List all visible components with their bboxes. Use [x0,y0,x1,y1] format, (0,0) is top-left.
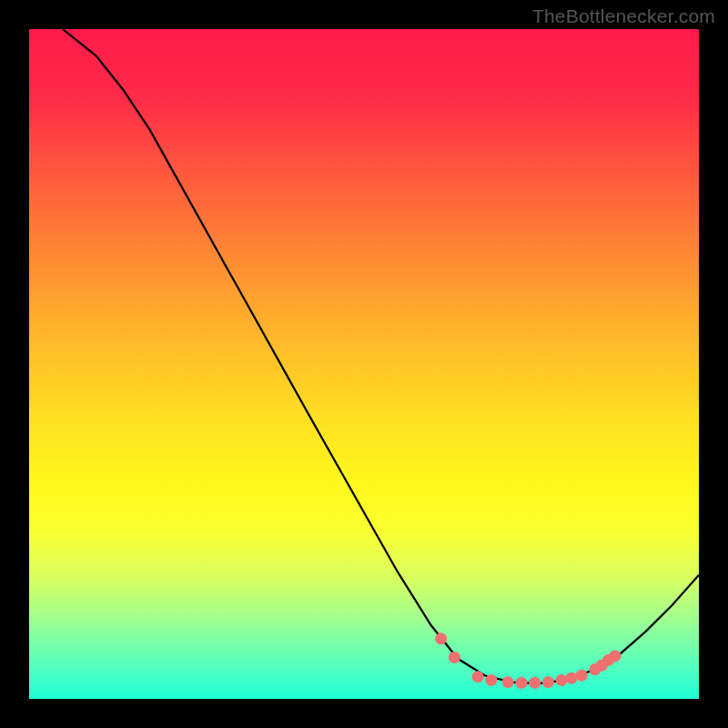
plot-area [29,29,699,699]
data-dot [610,650,622,662]
data-dot [566,672,578,684]
data-dot [516,677,528,689]
data-dot [542,676,554,688]
data-dot [485,674,497,686]
data-dots [435,632,621,689]
data-dot [556,674,568,686]
data-dot [502,676,514,688]
data-dot [435,632,447,644]
data-dot [449,652,460,663]
bottleneck-curve [63,29,699,683]
chart-svg [29,29,699,699]
data-dot [576,670,588,682]
attribution-text: TheBottlenecker.com [532,5,715,27]
data-dot [529,677,541,689]
data-dot [472,671,484,682]
